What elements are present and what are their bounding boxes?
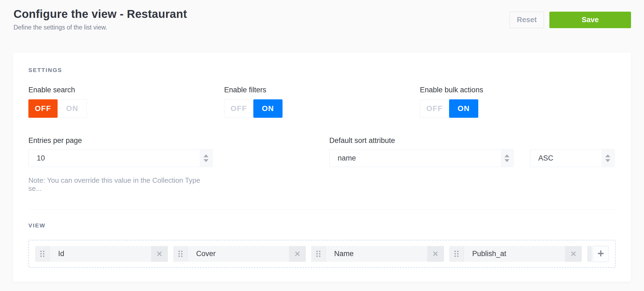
toggle-off-option[interactable]: OFF [420,99,449,118]
header-actions: Reset Save [510,12,631,31]
field-chip-label: Name [326,246,427,262]
add-field-group: + [587,246,609,262]
spinner-icon[interactable] [501,150,513,166]
entries-per-page-label: Entries per page [28,136,213,145]
settings-card: SETTINGS Enable search OFF ON Enable fil… [13,53,631,282]
remove-icon[interactable]: ✕ [427,246,444,262]
enable-search-toggle[interactable]: OFF ON [28,99,87,118]
selects-row: Entries per page 10 Note: You can overri… [28,136,616,192]
section-title-settings: SETTINGS [28,67,616,73]
default-sort-group: Default sort attribute name ASC [329,136,615,192]
entries-per-page-value: 10 [37,154,45,162]
toggle-off-option[interactable]: OFF [28,99,58,118]
field-chip-cover[interactable]: Cover ✕ [173,246,306,262]
section-divider [28,209,616,210]
spinner-icon[interactable] [602,150,614,166]
toggles-row: Enable search OFF ON Enable filters OFF … [28,86,616,118]
field-chip-id[interactable]: Id ✕ [35,246,168,262]
remove-icon[interactable]: ✕ [151,246,168,262]
field-chip-label: Cover [188,246,289,262]
entries-per-page-group: Entries per page 10 Note: You can overri… [28,136,213,192]
note-text: Note: You can override this value in the… [28,176,213,192]
reset-button[interactable]: Reset [510,12,544,28]
field-chip-name[interactable]: Name ✕ [311,246,444,262]
enable-bulk-actions-label: Enable bulk actions [420,86,616,94]
entries-per-page-select[interactable]: 10 [28,149,213,167]
save-button[interactable]: Save [549,12,631,28]
add-field-bar [587,246,592,262]
default-sort-selects: name ASC [329,149,615,167]
toggle-group-enable-filters: Enable filters OFF ON [224,86,420,118]
view-fields-container: Id ✕ Cover ✕ Name ✕ Publish_at ✕ [28,240,616,268]
page-subtitle: Define the settings of the list view. [14,23,187,31]
enable-filters-toggle[interactable]: OFF ON [224,99,283,118]
add-field-button[interactable]: + [593,246,609,262]
section-title-view: VIEW [28,222,616,229]
page-title: Configure the view - Restaurant [14,7,187,21]
toggle-on-option[interactable]: ON [449,99,478,118]
toggle-on-option[interactable]: ON [253,99,283,118]
sort-attribute-select[interactable]: name [329,149,514,167]
toggle-on-option[interactable]: ON [58,99,87,118]
drag-handle-icon[interactable] [449,246,464,262]
field-chip-label: Publish_at [464,246,565,262]
enable-search-label: Enable search [28,86,224,94]
enable-filters-label: Enable filters [224,86,420,94]
page-header: Configure the view - Restaurant Define t… [0,0,644,31]
enable-bulk-actions-toggle[interactable]: OFF ON [420,99,478,118]
toggle-group-enable-search: Enable search OFF ON [28,86,224,118]
remove-icon[interactable]: ✕ [289,246,306,262]
drag-handle-icon[interactable] [173,246,188,262]
drag-handle-icon[interactable] [35,246,50,262]
plus-icon: + [597,248,604,259]
drag-handle-icon[interactable] [311,246,326,262]
sort-attribute-value: name [338,154,356,162]
remove-icon[interactable]: ✕ [565,246,582,262]
toggle-group-enable-bulk-actions: Enable bulk actions OFF ON [420,86,616,118]
default-sort-label: Default sort attribute [329,136,615,145]
spinner-icon[interactable] [200,150,212,166]
field-chip-publish-at[interactable]: Publish_at ✕ [449,246,582,262]
sort-order-select[interactable]: ASC [530,149,615,167]
field-chip-label: Id [50,246,151,262]
header-titles: Configure the view - Restaurant Define t… [14,7,187,31]
sort-order-value: ASC [538,154,553,162]
toggle-off-option[interactable]: OFF [224,99,253,118]
